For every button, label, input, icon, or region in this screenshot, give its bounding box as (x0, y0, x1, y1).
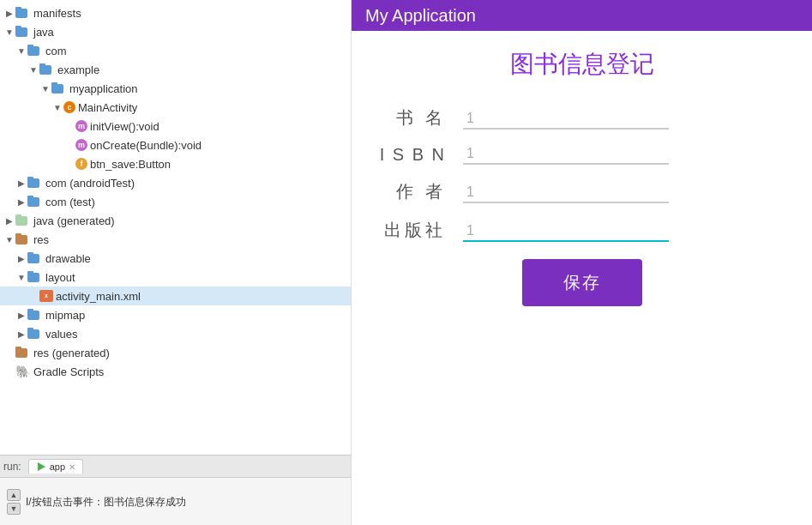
label-java-generated: java (generated) (33, 214, 115, 227)
input-value-bookname: 1 (463, 109, 478, 127)
label-isbn: I S B N (377, 145, 446, 165)
folder-icon-example (39, 63, 55, 75)
arrow-androidtest: ▶ (15, 178, 27, 188)
label-manifests: manifests (33, 7, 81, 20)
folder-icon-com (27, 45, 43, 57)
input-wrapper-publisher[interactable]: 1 (463, 223, 669, 242)
badge-c-icon: c (63, 101, 75, 113)
folder-icon-res (15, 233, 31, 245)
label-java: java (33, 26, 54, 39)
input-wrapper-author[interactable]: 1 (463, 184, 669, 203)
label-activity-main: activity_main.xml (56, 290, 141, 303)
tree-item-mainactivity[interactable]: ▼ c MainActivity (0, 98, 351, 117)
arrow-layout: ▼ (15, 273, 27, 282)
save-button-row: 保存 (377, 259, 786, 306)
folder-icon-test (27, 196, 43, 208)
form-row-bookname: 书 名 1 (377, 106, 786, 130)
label-test: com (test) (45, 196, 95, 208)
folder-icon-res-generated (15, 347, 31, 359)
arrow-test: ▶ (15, 197, 27, 207)
tree-item-activity-main[interactable]: x activity_main.xml (0, 287, 351, 305)
label-mipmap: mipmap (45, 309, 85, 322)
tree-item-com[interactable]: ▼ com (0, 41, 351, 60)
input-value-isbn: 1 (463, 144, 478, 162)
label-com: com (45, 45, 67, 57)
run-tab-close-icon[interactable]: ✕ (69, 462, 75, 472)
label-layout: layout (45, 271, 75, 284)
label-gradle: Gradle Scripts (33, 365, 104, 378)
folder-icon-java (15, 26, 31, 38)
input-wrapper-bookname[interactable]: 1 (463, 111, 669, 130)
tree-item-gradle[interactable]: 🐘 Gradle Scripts (0, 362, 351, 381)
tree-item-java[interactable]: ▼ java (0, 22, 351, 41)
run-tab-label: app (50, 462, 65, 472)
label-myapplication: myapplication (69, 82, 138, 95)
tree-item-res-generated[interactable]: res (generated) (0, 343, 351, 362)
folder-icon-layout (27, 271, 43, 283)
label-mainactivity: MainActivity (78, 101, 137, 114)
folder-icon-drawable (27, 252, 43, 264)
arrow-drawable: ▶ (15, 254, 27, 263)
tree-item-example[interactable]: ▼ example (0, 60, 351, 79)
folder-icon-values (27, 328, 43, 340)
tree-item-btnsave[interactable]: f btn_save:Button (0, 154, 351, 173)
arrow-res: ▼ (3, 235, 15, 244)
tree-item-values[interactable]: ▶ values (0, 324, 351, 343)
badge-m-icon-1: m (75, 120, 87, 132)
folder-icon-androidtest (27, 177, 43, 189)
tree-item-mipmap[interactable]: ▶ mipmap (0, 305, 351, 324)
label-res-generated: res (generated) (33, 347, 110, 359)
tree-item-java-generated[interactable]: ▶ java (generated) (0, 211, 351, 230)
label-drawable: drawable (45, 252, 91, 265)
save-button[interactable]: 保存 (522, 259, 642, 306)
scroll-down-button[interactable]: ▼ (7, 503, 21, 515)
form-row-publisher: 出版社 1 (377, 219, 786, 242)
label-publisher: 出版社 (377, 219, 446, 242)
label-values: values (45, 328, 78, 341)
label-oncreate: onCreate(Bundle):void (90, 139, 201, 152)
bottom-bar: run: app ✕ ▲ ▼ I/按钮点击事件：图书信息保存成功 (0, 455, 351, 525)
right-panel: My Application 图书信息登记 书 名 1 I S B N 1 作 … (352, 0, 812, 525)
tree-item-oncreate[interactable]: m onCreate(Bundle):void (0, 136, 351, 154)
tree-item-myapplication[interactable]: ▼ myapplication (0, 79, 351, 98)
form-title: 图书信息登记 (377, 48, 786, 81)
label-example: example (57, 63, 99, 76)
folder-icon-mipmap (27, 309, 43, 321)
run-tabs: run: app ✕ (0, 456, 351, 478)
arrow-java: ▼ (3, 27, 15, 37)
arrow-mipmap: ▶ (15, 311, 27, 320)
arrow-manifests: ▶ (3, 9, 15, 18)
folder-icon-myapplication (51, 82, 67, 94)
arrow-example: ▼ (27, 65, 39, 75)
xml-icon: x (39, 290, 53, 302)
console-text: I/按钮点击事件：图书信息保存成功 (26, 495, 186, 510)
scroll-up-button[interactable]: ▲ (7, 489, 21, 501)
gradle-icon: 🐘 (15, 365, 31, 377)
form-row-isbn: I S B N 1 (377, 145, 786, 165)
run-tab-app[interactable]: app ✕ (28, 459, 83, 474)
arrow-mainactivity: ▼ (51, 103, 63, 112)
run-label: run: (3, 461, 21, 473)
badge-f-icon: f (75, 158, 87, 170)
form-row-author: 作 者 1 (377, 180, 786, 203)
tree-item-initview[interactable]: m initView():void (0, 117, 351, 136)
file-tree[interactable]: ▶ manifests ▼ java ▼ com ▼ example (0, 0, 351, 455)
label-bookname: 书 名 (377, 106, 446, 130)
label-initview: initView():void (90, 120, 159, 133)
label-androidtest: com (androidTest) (45, 177, 135, 190)
app-content: 图书信息登记 书 名 1 I S B N 1 作 者 1 出版社 1 (352, 31, 812, 525)
left-panel: ▶ manifests ▼ java ▼ com ▼ example (0, 0, 352, 525)
run-icon (36, 462, 46, 472)
tree-item-manifests[interactable]: ▶ manifests (0, 3, 351, 22)
tree-item-test[interactable]: ▶ com (test) (0, 192, 351, 211)
tree-item-drawable[interactable]: ▶ drawable (0, 249, 351, 268)
arrow-java-generated: ▶ (3, 216, 15, 226)
arrow-values: ▶ (15, 329, 27, 339)
input-wrapper-isbn[interactable]: 1 (463, 146, 669, 165)
badge-m-icon-2: m (75, 139, 87, 151)
app-title-bar: My Application (352, 0, 812, 31)
tree-item-res[interactable]: ▼ res (0, 230, 351, 249)
tree-item-androidtest[interactable]: ▶ com (androidTest) (0, 173, 351, 192)
tree-item-layout[interactable]: ▼ layout (0, 268, 351, 287)
app-title: My Application (365, 6, 476, 26)
